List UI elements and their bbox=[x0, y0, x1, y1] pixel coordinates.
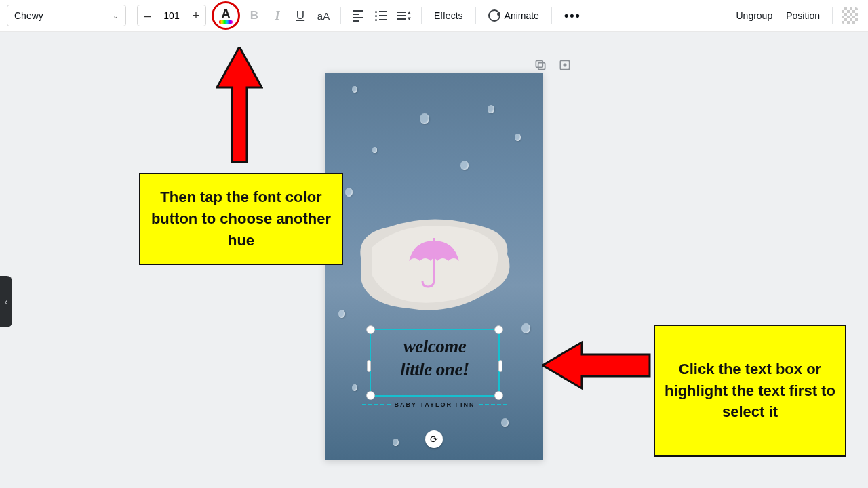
resize-handle[interactable] bbox=[494, 325, 503, 334]
umbrella-icon bbox=[405, 235, 463, 293]
svg-marker-7 bbox=[217, 47, 262, 162]
font-size-value[interactable]: 101 bbox=[157, 5, 186, 26]
animate-icon bbox=[488, 9, 500, 22]
baby-name-text: BABY TAYLOR FINN bbox=[395, 401, 475, 408]
position-button[interactable]: Position bbox=[779, 4, 827, 27]
increase-size-button[interactable]: + bbox=[186, 5, 205, 26]
text-case-button[interactable]: aA bbox=[312, 4, 335, 27]
divider bbox=[421, 7, 422, 24]
divider bbox=[475, 7, 476, 24]
resize-handle[interactable] bbox=[494, 391, 503, 400]
welcome-line-1: welcome bbox=[371, 336, 498, 359]
annotation-callout-1: Then tap the font color button to choose… bbox=[139, 173, 343, 265]
line-spacing-icon: ▲▼ bbox=[397, 10, 412, 22]
annotation-arrow-left bbox=[542, 338, 651, 392]
design-canvas[interactable]: welcome little one! BABY TAYLOR FINN ⟳ ⊕ bbox=[325, 73, 543, 460]
resize-handle[interactable] bbox=[367, 360, 371, 372]
decrease-size-button[interactable]: – bbox=[138, 5, 157, 26]
more-button[interactable]: ••• bbox=[557, 4, 588, 27]
animate-button[interactable]: Animate bbox=[481, 4, 546, 27]
effects-button[interactable]: Effects bbox=[427, 4, 470, 27]
duplicate-page-icon[interactable] bbox=[533, 58, 548, 73]
svg-marker-8 bbox=[542, 342, 650, 388]
divider bbox=[551, 7, 552, 24]
divider bbox=[340, 7, 341, 24]
bullet-list-icon bbox=[375, 11, 387, 21]
baby-name-line[interactable]: BABY TAYLOR FINN bbox=[362, 401, 507, 408]
transparency-icon bbox=[842, 7, 858, 24]
annotation-arrow-up bbox=[216, 47, 263, 169]
font-name-label: Chewy bbox=[14, 10, 43, 21]
animate-label: Animate bbox=[505, 10, 539, 21]
side-drawer-tab[interactable]: ‹ bbox=[0, 276, 12, 327]
chevron-down-icon: ⌄ bbox=[113, 12, 119, 20]
dash-decoration bbox=[479, 404, 507, 405]
page-tools bbox=[533, 58, 572, 73]
font-family-selector[interactable]: Chewy ⌄ bbox=[7, 5, 126, 26]
underline-button[interactable]: U bbox=[289, 4, 312, 27]
alignment-button[interactable] bbox=[347, 4, 370, 27]
resize-handle[interactable] bbox=[366, 325, 375, 334]
resize-handle[interactable] bbox=[366, 391, 375, 400]
transparency-button[interactable] bbox=[838, 4, 861, 27]
welcome-line-2: little one! bbox=[371, 359, 498, 382]
dash-decoration bbox=[362, 404, 391, 405]
font-size-stepper: – 101 + bbox=[137, 5, 206, 26]
rainbow-strip-icon bbox=[219, 20, 233, 24]
font-color-a-icon: A bbox=[222, 7, 231, 20]
ungroup-button[interactable]: Ungroup bbox=[729, 4, 779, 27]
svg-rect-0 bbox=[538, 63, 545, 70]
canvas-area: ‹ welcome bbox=[0, 32, 868, 488]
welcome-text[interactable]: welcome little one! bbox=[371, 330, 498, 382]
divider bbox=[832, 7, 833, 24]
italic-button[interactable]: I bbox=[266, 4, 289, 27]
resize-handle[interactable] bbox=[498, 360, 502, 372]
font-color-button-wrap: A bbox=[216, 5, 236, 26]
rotate-handle[interactable]: ⟳ bbox=[425, 430, 443, 448]
bold-button[interactable]: B bbox=[243, 4, 266, 27]
spacing-button[interactable]: ▲▼ bbox=[393, 4, 416, 27]
list-button[interactable] bbox=[370, 4, 393, 27]
font-color-button[interactable]: A bbox=[216, 5, 236, 26]
align-left-icon bbox=[353, 10, 363, 22]
add-page-icon[interactable] bbox=[557, 58, 572, 73]
annotation-callout-2: Click the text box or highlight the text… bbox=[654, 325, 846, 457]
text-selection-box[interactable]: welcome little one! bbox=[370, 329, 500, 396]
text-toolbar: Chewy ⌄ – 101 + A B I U aA ▲▼ Effect bbox=[0, 0, 868, 32]
svg-rect-1 bbox=[536, 60, 542, 67]
